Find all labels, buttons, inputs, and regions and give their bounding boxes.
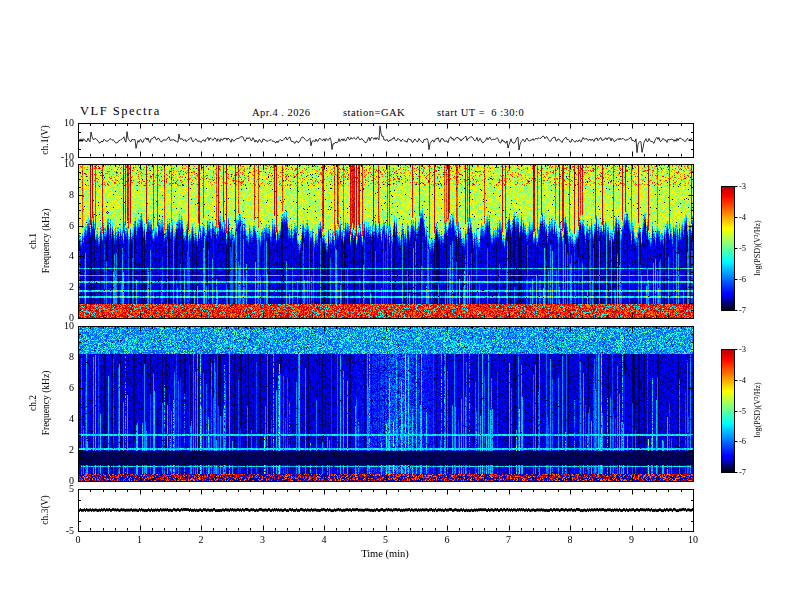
x-tick-label: 10 (685, 534, 701, 545)
ch2-colorbar-tick-label: -5 (739, 406, 746, 416)
x-tick-label: 5 (378, 534, 394, 545)
ch2-frequency-tick-label: 2 (56, 444, 74, 455)
ch2-frequency-tick-label: 10 (56, 320, 74, 331)
ch1-frequency-tick-label: 8 (56, 189, 74, 200)
vlf-spectra-figure: VLF Spectra Apr.4 . 2026 station=GAK sta… (0, 0, 792, 612)
ch1-colorbar-tick-label: -5 (739, 243, 746, 253)
ch3-waveform-canvas (78, 489, 693, 531)
ch2-colorbar-label: log(PSD)(V²/Hz) (753, 382, 762, 437)
header-station: station=GAK (343, 107, 405, 118)
ch1-frequency-tick-label: 6 (56, 220, 74, 231)
x-axis-label: Time (min) (361, 548, 409, 559)
x-tick-label: 4 (316, 534, 332, 545)
ch2-frequency-tick-label: 6 (56, 382, 74, 393)
ch1-colorbar-canvas (721, 186, 734, 310)
ch1-colorbar-tick-label: -3 (739, 181, 746, 191)
ch2-colorbar-tick-label: -6 (739, 436, 746, 446)
ch1-voltage-tick-label: 10 (50, 117, 74, 128)
x-tick-label: 8 (562, 534, 578, 545)
ch2-colorbar-canvas (721, 349, 734, 472)
ch1-colorbar-tick-label: -6 (739, 274, 746, 284)
ch1-colorbar-label: log(PSD)(V²/Hz) (753, 220, 762, 275)
ch1-channel-label: ch.1 (28, 233, 38, 249)
x-tick-label: 2 (193, 534, 209, 545)
ch2-colorbar-tick-label: -7 (739, 467, 746, 477)
header-date: Apr.4 . 2026 (252, 107, 311, 118)
header-start-ut: start UT = 6 :30:0 (437, 107, 524, 118)
x-tick-label: 1 (132, 534, 148, 545)
ch2-colorbar-tick-label: -3 (739, 344, 746, 354)
ch3-voltage-tick-label: 5 (50, 483, 74, 494)
ch1-waveform-canvas (78, 123, 693, 157)
ch2-colorbar-tick-label: -4 (739, 375, 746, 385)
ch2-frequency-tick-label: 8 (56, 351, 74, 362)
x-tick-label: 9 (624, 534, 640, 545)
ch2-spectrogram-canvas (78, 326, 693, 481)
ch1-colorbar-tick-label: -7 (739, 305, 746, 315)
ch3-voltage-axis-label: ch.3(V) (40, 495, 50, 524)
ch1-spectrogram-canvas (78, 164, 693, 318)
x-tick-label: 3 (255, 534, 271, 545)
ch1-frequency-tick-label: 10 (56, 158, 74, 169)
ch1-frequency-tick-label: 2 (56, 281, 74, 292)
ch2-frequency-tick-label: 4 (56, 413, 74, 424)
ch2-channel-label: ch.2 (28, 395, 38, 411)
ch1-colorbar-tick-label: -4 (739, 212, 746, 222)
x-tick-label: 7 (501, 534, 517, 545)
ch1-voltage-axis-label: ch.1(V) (40, 125, 50, 154)
figure-title: VLF Spectra (80, 104, 161, 119)
ch3-voltage-tick-label: -5 (50, 525, 74, 536)
ch2-frequency-axis-label: Frequency (kHz) (41, 371, 51, 436)
ch1-frequency-tick-label: 4 (56, 250, 74, 261)
ch1-frequency-axis-label: Frequency (kHz) (41, 209, 51, 274)
x-tick-label: 6 (439, 534, 455, 545)
